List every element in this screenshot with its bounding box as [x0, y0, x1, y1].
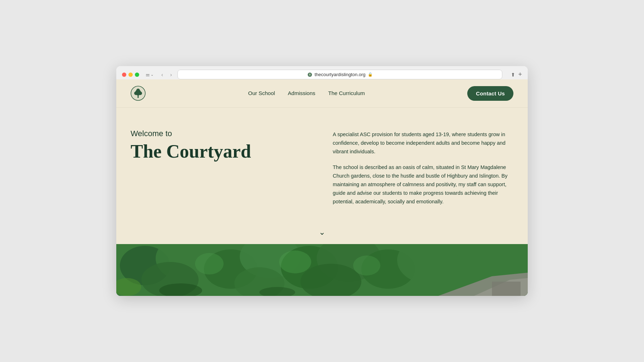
svg-point-6: [138, 91, 142, 95]
sidebar-icon: ⚌: [146, 72, 150, 77]
traffic-lights: [122, 73, 139, 77]
scroll-indicator: ⌄: [116, 224, 528, 244]
contact-us-button[interactable]: Contact Us: [467, 86, 513, 101]
hero-description-2: The school is described as an oasis of c…: [333, 163, 513, 206]
url-text: thecourtyardislington.org: [314, 72, 365, 77]
minimize-button[interactable]: [128, 73, 133, 77]
our-school-link[interactable]: Our School: [248, 90, 275, 96]
hero-left: Welcome to The Courtyard: [131, 129, 311, 162]
logo-icon: [131, 86, 146, 101]
site-navigation: Our School Admissions The Curriculum Con…: [116, 79, 528, 108]
curriculum-link[interactable]: The Curriculum: [328, 90, 365, 96]
nav-item-curriculum[interactable]: The Curriculum: [328, 90, 365, 96]
website-content: Our School Admissions The Curriculum Con…: [116, 79, 528, 296]
site-logo[interactable]: [131, 86, 146, 101]
hero-title: The Courtyard: [131, 141, 311, 162]
svg-point-7: [136, 89, 140, 92]
forward-button[interactable]: ›: [169, 71, 174, 78]
scroll-down-button[interactable]: ⌄: [319, 228, 325, 237]
browser-window: ⚌ ⌄ ‹ › thecourtyardislington.org 🔒 ⬆ +: [116, 66, 528, 296]
svg-point-20: [195, 253, 224, 274]
chevron-down-icon: ⌄: [151, 73, 153, 76]
aerial-trees-image: [116, 244, 528, 296]
svg-rect-25: [492, 282, 521, 296]
svg-point-21: [279, 251, 311, 273]
sidebar-toggle-button[interactable]: ⚌ ⌄: [143, 71, 156, 78]
nav-links: Our School Admissions The Curriculum: [248, 90, 365, 96]
lock-icon: 🔒: [368, 72, 373, 77]
svg-point-5: [134, 91, 138, 95]
hero-description-1: A specialist ASC provision for students …: [333, 130, 513, 156]
svg-rect-3: [138, 95, 139, 98]
share-button[interactable]: ⬆: [511, 72, 515, 78]
admissions-link[interactable]: Admissions: [288, 90, 316, 96]
browser-chrome: ⚌ ⌄ ‹ › thecourtyardislington.org 🔒 ⬆ +: [116, 66, 528, 79]
back-button[interactable]: ‹: [160, 71, 165, 78]
welcome-text: Welcome to: [131, 129, 311, 138]
hero-right: A specialist ASC provision for students …: [333, 129, 513, 206]
aerial-image-section: [116, 244, 528, 296]
maximize-button[interactable]: [135, 73, 139, 77]
favicon-icon: [307, 72, 312, 77]
nav-item-our-school[interactable]: Our School: [248, 90, 275, 96]
browser-actions: ⬆ +: [511, 71, 522, 78]
nav-item-admissions[interactable]: Admissions: [288, 90, 316, 96]
new-tab-button[interactable]: +: [518, 71, 522, 78]
svg-point-22: [353, 256, 380, 276]
address-bar[interactable]: thecourtyardislington.org 🔒: [177, 70, 502, 79]
close-button[interactable]: [122, 73, 126, 77]
hero-section: Welcome to The Courtyard A specialist AS…: [116, 108, 528, 224]
browser-top-bar: ⚌ ⌄ ‹ › thecourtyardislington.org 🔒 ⬆ +: [122, 70, 522, 79]
